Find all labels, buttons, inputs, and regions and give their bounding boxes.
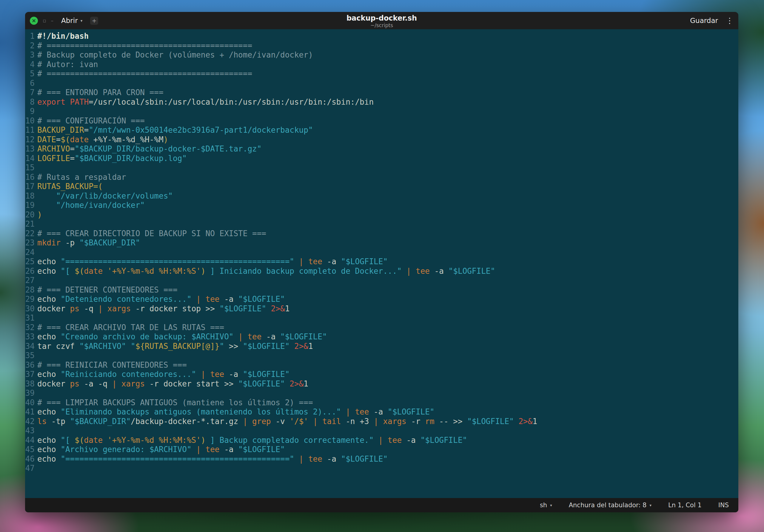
line-number: 2 xyxy=(25,41,35,51)
code-line[interactable]: 35 xyxy=(25,351,738,360)
code-text: "/var/lib/docker/volumes" xyxy=(37,192,173,201)
code-line[interactable]: 11BACKUP_DIR="/mnt/wwn-0x50014ee2bc3916a… xyxy=(25,126,738,135)
line-number: 46 xyxy=(25,455,35,464)
code-line[interactable]: 37echo "Reiniciando contenedores..." | t… xyxy=(25,370,738,379)
header-bar: × ▫ – Abrir ▾ + backup-docker.sh ~/scrip… xyxy=(25,12,738,29)
chevron-down-icon: ▾ xyxy=(81,19,83,23)
code-line[interactable]: 6 xyxy=(25,79,738,88)
line-number: 30 xyxy=(25,304,35,314)
window-maximize-button[interactable]: ▫ xyxy=(43,18,46,23)
code-text: mkdir -p "$BACKUP_DIR" xyxy=(37,238,140,248)
code-line[interactable]: 19 "/home/ivan/docker" xyxy=(25,201,738,210)
line-number: 44 xyxy=(25,436,35,445)
code-area[interactable]: 1#!/bin/bash2# =========================… xyxy=(25,29,738,498)
code-text: echo "==================================… xyxy=(37,257,388,267)
line-number: 36 xyxy=(25,360,35,370)
code-line[interactable]: 44echo "[ $(date '+%Y-%m-%d %H:%M:%S') ]… xyxy=(25,436,738,445)
line-number: 41 xyxy=(25,407,35,417)
code-text: echo "Reiniciando contenedores..." | tee… xyxy=(37,370,289,379)
menu-button[interactable]: ⋮ xyxy=(726,17,734,25)
code-line[interactable]: 3# Backup completo de Docker (volúmenes … xyxy=(25,51,738,60)
code-line[interactable]: 18 "/var/lib/docker/volumes" xyxy=(25,192,738,201)
code-line[interactable]: 13ARCHIVO="$BACKUP_DIR/backup-docker-$DA… xyxy=(25,144,738,154)
code-text: docker ps -a -q | xargs -r docker start … xyxy=(37,379,308,389)
code-line[interactable]: 7# === ENTORNO PARA CRON === xyxy=(25,88,738,97)
code-line[interactable]: 43 xyxy=(25,426,738,436)
line-number: 17 xyxy=(25,182,35,192)
code-line[interactable]: 42ls -tp "$BACKUP_DIR"/backup-docker-*.t… xyxy=(25,417,738,427)
code-line[interactable]: 27 xyxy=(25,276,738,285)
code-line[interactable]: 16# Rutas a respaldar xyxy=(25,173,738,182)
code-line[interactable]: 12DATE=$(date +%Y-%m-%d_%H-%M) xyxy=(25,135,738,145)
code-line[interactable]: 46echo "================================… xyxy=(25,455,738,464)
tab-width-selector[interactable]: Anchura del tabulador: 8 ▾ xyxy=(569,502,652,509)
code-line[interactable]: 2# =====================================… xyxy=(25,41,738,51)
line-number: 26 xyxy=(25,267,35,276)
code-line[interactable]: 39 xyxy=(25,389,738,398)
code-text: # Backup completo de Docker (volúmenes +… xyxy=(37,51,313,60)
save-button[interactable]: Guardar xyxy=(687,16,721,26)
code-line[interactable]: 4# Autor: ivan xyxy=(25,60,738,69)
code-line[interactable]: 1#!/bin/bash xyxy=(25,32,738,41)
code-text: # Autor: ivan xyxy=(37,60,98,69)
insert-mode-indicator: INS xyxy=(718,502,729,509)
code-line[interactable]: 45echo "Archivo generado: $ARCHIVO" | te… xyxy=(25,445,738,455)
code-line[interactable]: 20) xyxy=(25,210,738,220)
line-number: 10 xyxy=(25,116,35,126)
code-text: # Rutas a respaldar xyxy=(37,173,126,182)
line-number: 33 xyxy=(25,332,35,342)
line-number: 24 xyxy=(25,248,35,257)
line-number: 8 xyxy=(25,97,35,107)
line-number: 5 xyxy=(25,69,35,79)
line-number: 3 xyxy=(25,51,35,60)
open-button[interactable]: Abrir ▾ xyxy=(58,16,86,26)
window-close-button[interactable]: × xyxy=(30,17,38,25)
code-text: # === CONFIGURACIÓN === xyxy=(37,116,145,126)
code-line[interactable]: 29echo "Deteniendo contenedores..." | te… xyxy=(25,295,738,304)
new-tab-button[interactable]: + xyxy=(90,17,98,25)
code-line[interactable]: 31 xyxy=(25,314,738,323)
code-line[interactable]: 10# === CONFIGURACIÓN === xyxy=(25,116,738,126)
code-text: # === ENTORNO PARA CRON === xyxy=(37,88,163,97)
code-line[interactable]: 15 xyxy=(25,163,738,173)
line-number: 18 xyxy=(25,192,35,201)
code-line[interactable]: 21 xyxy=(25,219,738,229)
cursor-position[interactable]: Ln 1, Col 1 xyxy=(668,502,702,509)
code-line[interactable]: 38docker ps -a -q | xargs -r docker star… xyxy=(25,379,738,389)
code-line[interactable]: 41echo "Eliminando backups antiguos (man… xyxy=(25,407,738,417)
code-line[interactable]: 8export PATH=/usr/local/sbin:/usr/local/… xyxy=(25,97,738,107)
code-line[interactable]: 28# === DETENER CONTENEDORES === xyxy=(25,285,738,295)
line-number: 11 xyxy=(25,126,35,135)
code-text: echo "[ $(date '+%Y-%m-%d %H:%M:%S') ] I… xyxy=(37,267,495,276)
code-line[interactable]: 17RUTAS_BACKUP=( xyxy=(25,182,738,192)
code-text: # ======================================… xyxy=(37,41,252,51)
code-line[interactable]: 30docker ps -q | xargs -r docker stop >>… xyxy=(25,304,738,314)
line-number: 35 xyxy=(25,351,35,360)
line-number: 38 xyxy=(25,379,35,389)
line-number: 27 xyxy=(25,276,35,285)
code-line[interactable]: 26echo "[ $(date '+%Y-%m-%d %H:%M:%S') ]… xyxy=(25,267,738,276)
code-line[interactable]: 5# =====================================… xyxy=(25,69,738,79)
code-text: #!/bin/bash xyxy=(37,32,89,41)
line-number: 22 xyxy=(25,229,35,238)
code-line[interactable]: 23mkdir -p "$BACKUP_DIR" xyxy=(25,238,738,248)
code-text: BACKUP_DIR="/mnt/wwn-0x50014ee2bc3916a7-… xyxy=(37,126,313,135)
code-line[interactable]: 24 xyxy=(25,248,738,257)
code-line[interactable]: 40# === LIMPIAR BACKUPS ANTIGUOS (mantie… xyxy=(25,398,738,408)
code-line[interactable]: 33echo "Creando archivo de backup: $ARCH… xyxy=(25,332,738,342)
code-line[interactable]: 22# === CREAR DIRECTORIO DE BACKUP SI NO… xyxy=(25,229,738,238)
code-text: ARCHIVO="$BACKUP_DIR/backup-docker-$DATE… xyxy=(37,144,262,154)
language-selector[interactable]: sh ▾ xyxy=(540,502,552,509)
window-minimize-button[interactable]: – xyxy=(51,18,54,23)
kebab-menu-icon: ⋮ xyxy=(726,16,734,25)
line-number: 4 xyxy=(25,60,35,69)
line-number: 12 xyxy=(25,135,35,145)
header-right-controls: Guardar ⋮ xyxy=(687,16,734,26)
code-line[interactable]: 34tar czvf "$ARCHIVO" "${RUTAS_BACKUP[@]… xyxy=(25,342,738,351)
code-line[interactable]: 25echo "================================… xyxy=(25,257,738,267)
code-line[interactable]: 14LOGFILE="$BACKUP_DIR/backup.log" xyxy=(25,154,738,163)
code-line[interactable]: 47 xyxy=(25,464,738,473)
code-line[interactable]: 9 xyxy=(25,107,738,116)
code-line[interactable]: 36# === REINICIAR CONTENEDORES === xyxy=(25,360,738,370)
code-line[interactable]: 32# === CREAR ARCHIVO TAR DE LAS RUTAS =… xyxy=(25,323,738,332)
